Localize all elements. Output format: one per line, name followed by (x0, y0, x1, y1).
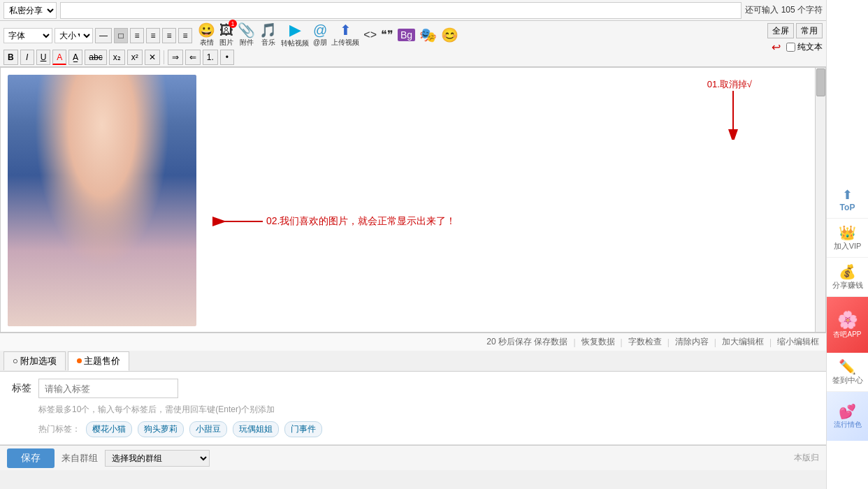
list-ol-btn[interactable]: 1. (203, 50, 218, 65)
italic-btn[interactable]: I (20, 50, 34, 65)
code-tool[interactable]: <> (363, 29, 377, 41)
tab-extra-label: ○ 附加选项 (13, 355, 57, 367)
title-input[interactable]: 聊天室发帖正确方式，方法解析！ (60, 2, 742, 19)
bold-btn[interactable]: B (3, 50, 18, 65)
sidebar-sign-btn[interactable]: ✏️ 签到中心 (827, 353, 869, 392)
music-tool[interactable]: 🎵 音乐 (259, 23, 277, 48)
quote-tool[interactable]: ❝❞ (381, 29, 393, 41)
category-select[interactable]: 私密分享 公开分享 悄悄话 (3, 2, 57, 19)
image-tool[interactable]: 🖼 1 图片 (219, 23, 233, 48)
shrink-btn[interactable]: 缩小编辑框 (777, 336, 819, 348)
tab-extra-options[interactable]: ○ 附加选项 (3, 351, 66, 370)
font-select[interactable]: 字体 (3, 28, 52, 43)
top-label: ToP (840, 203, 855, 212)
word-check-btn[interactable]: 字数检查 (628, 336, 662, 348)
expand-btn[interactable]: 加大编辑框 (722, 336, 764, 348)
bag-icon: 💰 (839, 263, 856, 280)
annotation2-arrow (207, 214, 263, 228)
sidebar-top-btn[interactable]: ⬆ ToP (827, 182, 869, 219)
fullscreen-btn[interactable]: 全屏 (767, 23, 794, 38)
hot-tags-row: 热门标签： 樱花小猫 狗头萝莉 小甜豆 玩偶姐姐 门事件 (10, 421, 816, 437)
editor-scrollbar[interactable] (815, 68, 825, 332)
annotation2-group: 02.我们喜欢的图片，就会正常显示出来了！ (207, 214, 456, 228)
hot-tag-2[interactable]: 小甜豆 (189, 421, 227, 437)
plain-text-checkbox[interactable] (786, 43, 795, 52)
toolbar: 字体 大小▼ — □ ≡ ≡ ≡ ≡ 😀 表情 🖼 1 图片 (0, 21, 826, 67)
plain-text-label: 纯文本 (797, 41, 823, 53)
clear-btn[interactable]: 清除内容 (675, 336, 709, 348)
align-right[interactable]: ≡ (162, 28, 176, 43)
tabs-bar: ○ 附加选项 主题售价 (0, 351, 826, 372)
indent-btn[interactable]: ⇒ (168, 50, 183, 65)
sign-label: 签到中心 (832, 375, 863, 386)
autosave-status[interactable]: 20 秒后保存 保存数据 (486, 336, 567, 348)
video-tool[interactable]: ▶ 转帖视频 (281, 22, 309, 48)
editor-content[interactable]: 01.取消掉√ (1, 68, 815, 332)
restore-btn[interactable]: 恢复数据 (581, 336, 615, 348)
superscript-btn[interactable]: x² (127, 50, 143, 65)
font-color-btn[interactable]: A (52, 50, 66, 65)
size-select[interactable]: 大小▼ (55, 28, 93, 43)
hot-tag-0[interactable]: 樱花小猫 (86, 421, 132, 437)
right-sidebar: ⬆ ToP 👑 加入VIP 💰 分享赚钱 🌸 杏吧APP ✏️ 签到中心 💕 流… (826, 0, 868, 489)
hot-tag-3[interactable]: 玩偶姐姐 (233, 421, 279, 437)
tag-label: 标签 (10, 382, 31, 395)
crown-icon: 👑 (839, 224, 856, 241)
line-btn[interactable]: — (95, 28, 112, 43)
group-select[interactable]: 选择我的群组 (105, 450, 210, 467)
annotation1-group: 01.取消掉√ (707, 78, 752, 140)
at-tool[interactable]: @ @朋 (313, 23, 327, 48)
bg-tool[interactable]: Bg (398, 29, 415, 42)
editor-main-text: 只要图片有了代码，移动端就可以显示出来！！！会员们懂了么！ (8, 326, 808, 332)
underline-btn[interactable]: U (36, 50, 51, 65)
highlight-btn[interactable]: A̲ (68, 50, 82, 65)
emoji-tool[interactable]: 😀 表情 (198, 23, 215, 48)
scrollbar-thumb[interactable] (816, 68, 825, 96)
apk-label: 杏吧APP (833, 330, 861, 340)
sticker-tool[interactable]: 😊 (441, 28, 458, 43)
group-label: 来自群组 (62, 452, 98, 465)
toolbar-right: 全屏 常用 ↩ 纯文本 (767, 23, 823, 54)
annotation1-text: 01.取消掉√ (707, 78, 752, 91)
upload-video-tool[interactable]: ⬆ 上传视频 (331, 23, 359, 48)
flow-label: 流行情色 (834, 420, 862, 430)
subscript-btn[interactable]: x₂ (109, 50, 125, 65)
sidebar-flow-btn[interactable]: 💕 流行情色 (827, 392, 869, 441)
sidebar-earn-btn[interactable]: 💰 分享赚钱 (827, 258, 869, 297)
top-icon: ⬆ (842, 187, 853, 203)
bottom-bar: 保存 来自群组 选择我的群组 本版归 (0, 445, 826, 470)
bg-btn[interactable]: □ (114, 28, 128, 43)
annotation2-text: 02.我们喜欢的图片，就会正常显示出来了！ (266, 215, 456, 228)
tag-section: 标签 标签最多10个，输入每个标签后，需使用回车键(Enter)个别添加 热门标… (0, 372, 826, 445)
tab-dot (77, 358, 82, 363)
tab-theme-price[interactable]: 主题售价 (68, 351, 129, 371)
hot-tag-4[interactable]: 门事件 (284, 421, 322, 437)
vip-label: 加入VIP (834, 241, 862, 251)
list-ul-btn[interactable]: • (220, 50, 234, 65)
char-count: 还可输入 105 个字符 (745, 4, 823, 16)
annotation1-arrow (712, 91, 747, 140)
align-left[interactable]: ≡ (130, 28, 144, 43)
status-bar: 20 秒后保存 保存数据 | 恢复数据 | 字数检查 | 清除内容 | 加大编辑… (0, 333, 826, 351)
toolbar-icons: 😀 表情 🖼 1 图片 📎 附件 🎵 音乐 ▶ (198, 22, 458, 48)
align-center[interactable]: ≡ (146, 28, 160, 43)
common-btn[interactable]: 常用 (796, 23, 823, 38)
align-justify[interactable]: ≡ (178, 28, 192, 43)
anime-girl-illustration (8, 75, 196, 326)
strikethrough-btn[interactable]: abc (85, 50, 106, 65)
prop-tool[interactable]: 🎭 (419, 28, 437, 43)
hot-tag-1[interactable]: 狗头萝莉 (138, 421, 184, 437)
hot-label: 热门标签： (38, 423, 80, 435)
submit-btn[interactable]: 保存 (7, 448, 55, 468)
flow-icon: 💕 (839, 403, 856, 420)
editor-container: 01.取消掉√ (0, 67, 826, 333)
sidebar-apk-btn[interactable]: 🌸 杏吧APP (827, 297, 869, 353)
outdent-btn[interactable]: ⇐ (185, 50, 201, 65)
tag-hint: 标签最多10个，输入每个标签后，需使用回车键(Enter)个别添加 (10, 404, 816, 416)
attach-tool[interactable]: 📎 附件 (238, 23, 255, 48)
sep1 (164, 50, 164, 64)
tag-input[interactable] (38, 379, 178, 398)
remove-format-btn[interactable]: ✕ (145, 50, 160, 65)
editor-image (8, 75, 196, 326)
sidebar-vip-btn[interactable]: 👑 加入VIP (827, 219, 869, 258)
